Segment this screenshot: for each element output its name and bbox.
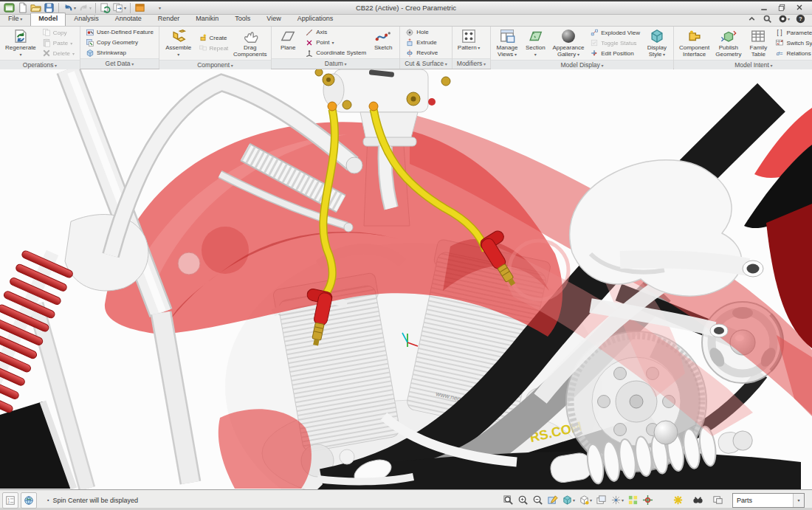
help-button[interactable]: ? [795, 13, 806, 24]
button-label: Create [210, 35, 227, 41]
assemble-button[interactable]: Assemble ▾ [162, 27, 195, 59]
zoom-out-button[interactable] [531, 493, 545, 507]
sketch-button[interactable]: Sketch [370, 27, 396, 58]
combo-arrow-icon[interactable]: ▾ [793, 494, 804, 507]
hole-button[interactable]: Hole [403, 27, 440, 37]
new-window-button[interactable] [711, 493, 725, 507]
find-button[interactable] [691, 493, 705, 507]
revolve-button[interactable]: Revolve [403, 48, 440, 58]
select-star-button[interactable] [671, 493, 685, 507]
search-button[interactable] [762, 13, 773, 24]
refit-button[interactable] [501, 493, 515, 507]
tab-label: Render [158, 15, 180, 22]
browser-toggle-button[interactable] [21, 492, 37, 509]
toggle-status-button[interactable]: Toggle Status [588, 38, 642, 48]
appearance-gallery-button[interactable]: Appearance Gallery ▾ [551, 27, 586, 59]
user-defined-feature-button[interactable]: User-Defined Feature [83, 27, 156, 37]
annotation-display-button[interactable] [626, 493, 640, 507]
pattern-button[interactable]: Pattern ▾ [455, 27, 482, 58]
saved-orientations-button[interactable]: ▾ [577, 493, 593, 507]
new-window-icon [712, 495, 723, 506]
drag-components-button[interactable]: Drag Components [232, 27, 268, 59]
undo-icon [63, 2, 74, 13]
minimize-button[interactable] [759, 3, 769, 13]
navigator-toggle-button[interactable]: 12 [2, 492, 18, 509]
group-label-modifiers[interactable]: Modifiers ▾ [453, 58, 490, 69]
group-label-operations[interactable]: Operations ▾ [0, 60, 80, 70]
copy-geometry-button[interactable]: Copy Geometry [83, 38, 156, 47]
engine-cover-red[interactable] [219, 409, 312, 489]
tab-tools[interactable]: Tools [227, 13, 258, 26]
tab-label: File [8, 15, 19, 22]
hole-icon [405, 28, 414, 37]
graphics-area[interactable]: www.nege.co.u RS.COM [0, 69, 812, 489]
command-locator-button[interactable]: ▾ [777, 13, 791, 24]
button-label: Manage Views ▾ [497, 45, 518, 58]
group-label-cut-surface[interactable]: Cut & Surface ▾ [400, 58, 452, 69]
annotation-display-icon [627, 495, 639, 506]
svg-text:?: ? [799, 15, 802, 22]
extrude-button[interactable]: Extrude [403, 38, 440, 47]
button-label: Paste [53, 40, 68, 46]
regenerate-button[interactable]: Regenerate ▾ [3, 27, 38, 59]
dropdown-arrow-icon: ▾ [600, 63, 604, 68]
group-label-get-data[interactable]: Get Data ▾ [80, 58, 159, 69]
parameters-button[interactable]: [ ]Parameters [773, 28, 812, 38]
button-label: Parameters [786, 30, 812, 36]
point-button[interactable]: Point▾ [303, 38, 368, 47]
create-button[interactable]: Create [196, 33, 231, 43]
copy-button[interactable]: Copy [40, 28, 77, 38]
display-style-small-button[interactable]: ▾ [560, 493, 577, 507]
model-canvas[interactable]: www.nege.co.u RS.COM [0, 69, 812, 489]
display-style-button[interactable]: Display Style ▾ [644, 27, 670, 59]
collapse-ribbon-button[interactable] [746, 13, 757, 24]
repeat-button[interactable]: Repeat [196, 44, 231, 53]
datum-display-button[interactable]: ▾ [609, 493, 625, 507]
delete-button[interactable]: Delete▾ [40, 49, 77, 58]
exploded-view-button[interactable]: Exploded View [588, 28, 642, 38]
publish-geometry-icon [720, 28, 737, 44]
switch-symbols-button[interactable]: Switch Symbols [773, 38, 812, 48]
manage-views-button[interactable]: Manage Views ▾ [494, 27, 520, 59]
dropdown-arrow-icon: ▾ [482, 62, 486, 66]
tab-render[interactable]: Render [150, 13, 188, 26]
group-label-model-display[interactable]: Model Display ▾ [491, 60, 673, 70]
tab-manikin[interactable]: Manikin [187, 13, 227, 26]
tab-view[interactable]: View [258, 13, 289, 26]
zoom-in-button[interactable] [516, 493, 530, 507]
close-button[interactable] [794, 3, 805, 13]
repeat-icon [199, 44, 207, 52]
tab-model[interactable]: Model [30, 13, 66, 26]
selection-filter-combo[interactable]: Parts ▾ [732, 493, 805, 508]
shrinkwrap-button[interactable]: Shrinkwrap [83, 48, 156, 58]
edit-position-button[interactable]: Edit Position [588, 49, 642, 58]
view-manager-button[interactable] [594, 493, 608, 507]
spin-center-button[interactable] [641, 493, 655, 507]
restore-button[interactable] [777, 3, 787, 13]
button-label: Family Table [750, 45, 768, 58]
plane-button[interactable]: Plane [275, 27, 301, 58]
dropdown-arrow-icon: ▾ [159, 5, 161, 10]
section-button[interactable]: Section ▾ [522, 27, 549, 59]
tab-analysis[interactable]: Analysis [66, 13, 107, 26]
publish-geometry-button[interactable]: Publish Geometry [713, 27, 743, 59]
coordinate-system-button[interactable]: Coordinate System [303, 48, 368, 58]
family-table-button[interactable]: Family Table [745, 27, 771, 59]
group-label-component[interactable]: Component ▾ [159, 60, 271, 70]
tab-applications[interactable]: Applications [289, 13, 342, 26]
repaint-button[interactable] [546, 493, 560, 507]
dropdown-arrow-icon: ▾ [661, 52, 665, 57]
tab-label: Manikin [196, 15, 219, 22]
group-label-datum[interactable]: Datum ▾ [272, 58, 399, 69]
button-label: Plane [281, 45, 295, 52]
ribbon-group-model-intent: Component InterfacePublish GeometryFamil… [674, 27, 812, 69]
relations-button[interactable]: d=Relations [773, 49, 812, 58]
button-label: Hole [416, 29, 428, 35]
group-label-model-intent[interactable]: Model Intent ▾ [674, 60, 812, 70]
axis-button[interactable]: Axis [303, 27, 368, 37]
tab-annotate[interactable]: Annotate [107, 13, 150, 26]
paste-button[interactable]: Paste▾ [40, 38, 77, 48]
component-interface-button[interactable]: Component Interface [677, 27, 712, 59]
button-label: Toggle Status [601, 40, 636, 46]
tab-file[interactable]: File ▾ [0, 13, 30, 26]
